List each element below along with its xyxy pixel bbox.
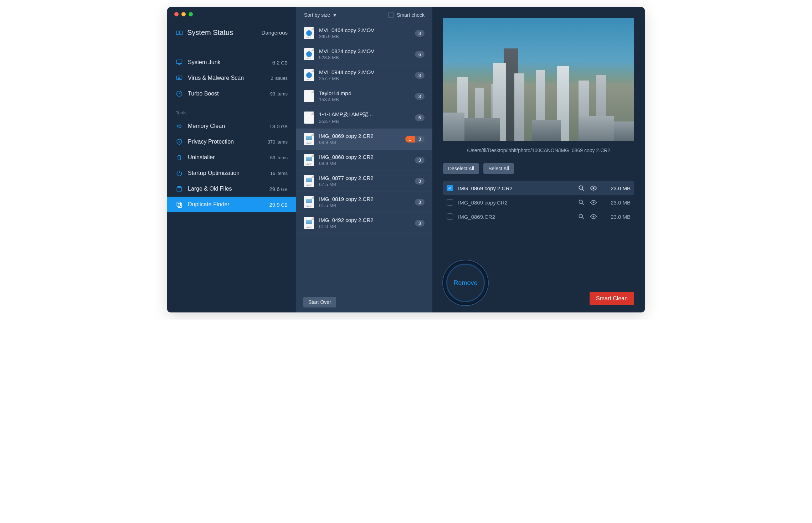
maximize-icon[interactable] xyxy=(189,12,193,16)
search-icon[interactable] xyxy=(578,213,585,220)
file-icon: MOV xyxy=(304,69,314,81)
file-row[interactable]: Taylor14.mp4158.4 MB3 xyxy=(296,86,432,107)
svg-rect-2 xyxy=(177,60,182,63)
file-row[interactable]: 1-1-LAMP及LAMP架...253.7 MB6 xyxy=(296,107,432,129)
count-badge: 3 xyxy=(415,199,425,206)
file-icon: MOV xyxy=(304,27,314,39)
svg-point-15 xyxy=(593,216,595,218)
copy-icon xyxy=(176,201,183,208)
start-over-button[interactable]: Start Over xyxy=(303,297,336,307)
file-size: 158.4 MB xyxy=(319,97,410,102)
eye-icon[interactable] xyxy=(590,213,597,220)
sidebar: System Status Dangerous System Junk6.2 G… xyxy=(167,7,296,312)
file-name: MVI_0464 copy 2.MOV xyxy=(319,27,410,33)
file-row[interactable]: RAWIMG_0819 copy 2.CR261.5 MB3 xyxy=(296,192,432,213)
eye-icon[interactable] xyxy=(590,199,597,206)
file-row[interactable]: MOVMVI_0824 copy 3.MOV528.8 MB6 xyxy=(296,44,432,65)
sidebar-item-label: Privacy Protection xyxy=(188,139,234,145)
file-name: IMG_0868 copy 2.CR2 xyxy=(319,154,410,160)
duplicate-size: 23.0 MB xyxy=(602,185,631,191)
sidebar-item-label: Virus & Malware Scan xyxy=(188,75,244,81)
file-row[interactable]: RAWIMG_0869 copy 2.CR268.9 MB13 xyxy=(296,129,432,150)
file-name: Taylor14.mp4 xyxy=(319,90,410,96)
monitor-icon xyxy=(176,59,183,66)
smart-check-label: Smart check xyxy=(397,12,425,18)
smart-clean-button[interactable]: Smart Clean xyxy=(590,292,634,305)
sidebar-item-turbo-boost[interactable]: Turbo Boost93 items xyxy=(167,86,296,102)
svg-point-13 xyxy=(593,202,595,203)
duplicate-name: IMG_0869 copy 2.CR2 xyxy=(458,185,573,191)
file-name: IMG_0819 copy 2.CR2 xyxy=(319,196,410,202)
sidebar-item-value: 6.2 GB xyxy=(272,59,288,66)
count-badge: 3 xyxy=(415,136,425,143)
file-name: 1-1-LAMP及LAMP架... xyxy=(319,111,410,118)
checkbox[interactable] xyxy=(447,213,453,220)
file-row[interactable]: MOVMVI_0944 copy 2.MOV257.7 MB3 xyxy=(296,65,432,86)
close-icon[interactable] xyxy=(174,12,179,16)
sort-label: Sort by size xyxy=(304,12,330,18)
sidebar-item-value: 29.6 GB xyxy=(269,186,288,192)
smart-check-toggle[interactable]: Smart check xyxy=(388,12,425,18)
sidebar-item-value: 93 items xyxy=(270,91,288,97)
checkbox[interactable] xyxy=(447,199,453,206)
status-value: Dangerous xyxy=(262,30,288,36)
window-controls xyxy=(167,12,296,24)
file-row[interactable]: RAWIMG_0868 copy 2.CR268.9 MB3 xyxy=(296,150,432,171)
sidebar-item-startup-optimization[interactable]: Startup Optimization16 items xyxy=(167,165,296,181)
sidebar-item-label: Startup Optimization xyxy=(188,170,240,176)
minimize-icon[interactable] xyxy=(181,12,186,16)
file-size: 395.9 MB xyxy=(319,34,410,39)
sort-button[interactable]: Sort by size ▼ xyxy=(304,12,337,18)
sidebar-item-value: 370 items xyxy=(268,139,288,145)
file-row[interactable]: RAWIMG_0492 copy 2.CR261.0 MB3 xyxy=(296,213,432,234)
file-name: IMG_0869 copy 2.CR2 xyxy=(319,133,400,139)
sidebar-item-large-old-files[interactable]: Large & Old Files29.6 GB xyxy=(167,181,296,197)
select-all-button[interactable]: Select All xyxy=(483,163,514,174)
sidebar-item-value: 69 items xyxy=(270,155,288,160)
file-path: /Users/tll/Desktop/lobit/photo/100CANON/… xyxy=(443,146,634,158)
sidebar-item-memory-clean[interactable]: Memory Clean13.0 GB xyxy=(167,118,296,134)
duplicate-name: IMG_0869 copy.CR2 xyxy=(458,200,573,206)
sidebar-item-duplicate-finder[interactable]: Duplicate Finder29.9 GB xyxy=(167,197,296,212)
deselect-all-button[interactable]: Deselect All xyxy=(443,163,479,174)
remove-label: Remove xyxy=(453,279,477,287)
system-status-row[interactable]: System Status Dangerous xyxy=(167,24,296,44)
eye-icon[interactable] xyxy=(590,185,597,192)
status-title: System Status xyxy=(187,29,233,37)
sidebar-item-value: 13.0 GB xyxy=(269,123,288,129)
file-icon xyxy=(304,90,314,102)
count-badge: 3 xyxy=(415,93,425,100)
duplicate-size: 23.0 MB xyxy=(602,200,631,206)
monitor-search-icon xyxy=(176,74,183,82)
file-icon: RAW xyxy=(304,196,314,208)
file-row[interactable]: RAWIMG_0877 copy 2.CR267.5 MB3 xyxy=(296,171,432,192)
svg-point-4 xyxy=(178,77,180,79)
sidebar-item-virus-malware-scan[interactable]: Virus & Malware Scan2 issues xyxy=(167,70,296,86)
file-size: 68.9 MB xyxy=(319,140,400,145)
checkbox[interactable] xyxy=(447,185,453,191)
file-name: IMG_0877 copy 2.CR2 xyxy=(319,175,410,181)
duplicate-row[interactable]: IMG_0869.CR223.0 MB xyxy=(443,209,634,224)
file-size: 61.0 MB xyxy=(319,224,410,229)
sidebar-item-uninstaller[interactable]: Uninstaller69 items xyxy=(167,150,296,165)
count-badge: 3 xyxy=(415,178,425,185)
remove-button[interactable]: Remove xyxy=(443,260,488,305)
svg-rect-6 xyxy=(178,125,181,127)
search-icon[interactable] xyxy=(578,185,585,192)
file-icon: MOV xyxy=(304,48,314,60)
file-row[interactable]: MOVMVI_0464 copy 2.MOV395.9 MB3 xyxy=(296,23,432,44)
file-list-panel: Sort by size ▼ Smart check MOVMVI_0464 c… xyxy=(296,7,432,312)
sidebar-item-system-junk[interactable]: System Junk6.2 GB xyxy=(167,55,296,70)
sidebar-item-privacy-protection[interactable]: Privacy Protection370 items xyxy=(167,134,296,150)
count-badge: 3 xyxy=(415,157,425,164)
duplicate-row[interactable]: IMG_0869 copy 2.CR223.0 MB xyxy=(443,181,634,195)
file-size: 528.8 MB xyxy=(319,55,410,60)
duplicate-row[interactable]: IMG_0869 copy.CR223.0 MB xyxy=(443,195,634,209)
file-icon: RAW xyxy=(304,175,314,187)
power-icon xyxy=(176,170,183,177)
svg-rect-3 xyxy=(177,76,182,79)
file-icon: RAW xyxy=(304,217,314,229)
search-icon[interactable] xyxy=(578,199,585,206)
count-badge: 3 xyxy=(415,220,425,227)
svg-point-14 xyxy=(579,214,582,218)
